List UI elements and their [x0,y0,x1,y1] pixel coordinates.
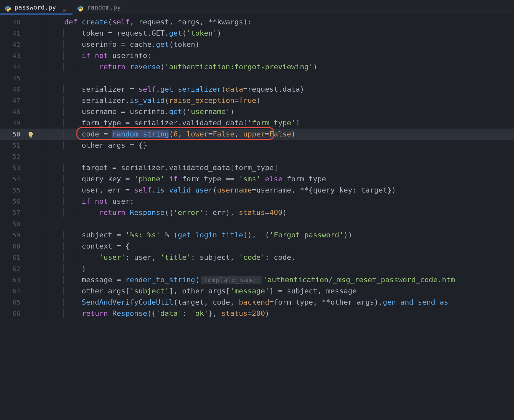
code-content[interactable]: serializer.is_valid(raise_exception=True… [38,95,514,106]
selection: random_string [112,130,169,138]
gutter-hint [26,229,38,241]
gutter-hint [26,285,38,297]
code-line[interactable]: 46 serializer = self.get_serializer(data… [0,84,514,95]
code-content[interactable]: return Response({'data': 'ok'}, status=2… [38,308,514,319]
gutter-hint [26,308,38,319]
gutter-hint [26,106,38,117]
code-line[interactable]: 61 'user': user, 'title': subject, 'code… [0,252,514,263]
code-line[interactable]: 54 query_key = 'phone' if form_type == '… [0,173,514,185]
python-icon [77,4,84,11]
gutter-hint [26,297,38,308]
line-number: 53 [0,162,26,173]
code-content[interactable]: query_key = 'phone' if form_type == 'sms… [38,173,514,185]
code-content[interactable]: userinfo = cache.get(token) [38,39,514,50]
code-line[interactable]: 47 serializer.is_valid(raise_exception=T… [0,95,514,106]
code-line[interactable]: 44 return reverse('authentication:forgot… [0,61,514,73]
param-hint: template_name: [201,276,262,284]
line-number: 57 [0,207,26,218]
code-line[interactable]: 66 return Response({'data': 'ok'}, statu… [0,308,514,319]
code-line[interactable]: 40 def create(self, request, *args, **kw… [0,16,514,28]
line-number: 65 [0,297,26,308]
code-line[interactable]: 43 if not userinfo: [0,50,514,61]
code-content[interactable]: if not userinfo: [38,50,514,61]
tab-random[interactable]: random.py [72,0,127,14]
code-line[interactable]: 52 [0,151,514,162]
code-content[interactable]: 'user': user, 'title': subject, 'code': … [38,252,514,263]
line-number: 55 [0,185,26,196]
code-content[interactable]: form_type = serializer.validated_data['f… [38,117,514,129]
code-content[interactable] [38,73,514,84]
line-number: 46 [0,84,26,95]
line-number: 49 [0,117,26,129]
line-number: 52 [0,151,26,162]
code-line[interactable]: 60 context = { [0,241,514,252]
code-line[interactable]: 51 other_args = {} [0,140,514,151]
code-content[interactable]: message = render_to_string(template_name… [38,274,514,285]
code-line[interactable]: 48 username = userinfo.get('username') [0,106,514,117]
gutter-hint [26,173,38,185]
code-line[interactable]: 57 return Response({'error': err}, statu… [0,207,514,218]
code-content[interactable]: username = userinfo.get('username') [38,106,514,117]
code-line[interactable]: 45 [0,73,514,84]
code-content[interactable]: } [38,263,514,274]
gutter-hint [26,61,38,73]
code-line[interactable]: 64 other_args['subject'], other_args['me… [0,285,514,297]
code-line[interactable]: 63 message = render_to_string(template_n… [0,274,514,285]
line-number: 43 [0,50,26,61]
code-content[interactable]: other_args['subject'], other_args['messa… [38,285,514,297]
gutter-hint [26,95,38,106]
close-icon[interactable] [62,5,67,10]
tab-label: random.py [87,2,121,13]
code-content[interactable] [38,218,514,229]
line-number: 66 [0,308,26,319]
code-content[interactable]: subject = '%s: %s' % (get_login_title(),… [38,229,514,241]
gutter-hint [26,140,38,151]
code-content[interactable]: other_args = {} [38,140,514,151]
code-content[interactable]: return Response({'error': err}, status=4… [38,207,514,218]
line-number: 59 [0,229,26,241]
gutter-hint [26,28,38,39]
code-line[interactable]: 56 if not user: [0,196,514,207]
line-number: 60 [0,241,26,252]
gutter-hint [26,274,38,285]
gutter-hint [26,73,38,84]
code-content[interactable]: context = { [38,241,514,252]
gutter-hint [26,263,38,274]
code-content[interactable]: target = serializer.validated_data[form_… [38,162,514,173]
code-line[interactable]: 41 token = request.GET.get('token') [0,28,514,39]
gutter-hint [26,241,38,252]
code-content[interactable]: token = request.GET.get('token') [38,28,514,39]
gutter-hint [26,252,38,263]
line-number: 51 [0,140,26,151]
line-number: 50 [0,129,26,140]
code-content[interactable]: if not user: [38,196,514,207]
gutter-hint [26,129,38,140]
code-content[interactable]: def create(self, request, *args, **kwarg… [38,16,514,28]
code-line[interactable]: 53 target = serializer.validated_data[fo… [0,162,514,173]
code-line[interactable]: 42 userinfo = cache.get(token) [0,39,514,50]
line-number: 56 [0,196,26,207]
line-number: 63 [0,274,26,285]
code-line[interactable]: 55 user, err = self.is_valid_user(userna… [0,185,514,196]
code-content[interactable] [38,151,514,162]
code-line[interactable]: 58 [0,218,514,229]
code-line[interactable]: 50 code = random_string(6, lower=False, … [0,129,514,140]
tab-password[interactable]: password.py [0,0,72,14]
code-content[interactable]: serializer = self.get_serializer(data=re… [38,84,514,95]
gutter-hint [26,117,38,129]
code-content[interactable]: code = random_string(6, lower=False, upp… [38,129,514,140]
gutter-hint [26,162,38,173]
code-line[interactable]: 65 SendAndVerifyCodeUtil(target, code, b… [0,297,514,308]
lightbulb-icon[interactable] [27,131,34,138]
gutter-hint [26,207,38,218]
code-content[interactable]: return reverse('authentication:forgot-pr… [38,61,514,73]
code-content[interactable]: SendAndVerifyCodeUtil(target, code, back… [38,297,514,308]
code-content[interactable]: user, err = self.is_valid_user(username=… [38,185,514,196]
code-editor[interactable]: 40 def create(self, request, *args, **kw… [0,15,514,319]
code-line[interactable]: 49 form_type = serializer.validated_data… [0,117,514,129]
code-line[interactable]: 62 } [0,263,514,274]
line-number: 47 [0,95,26,106]
line-number: 62 [0,263,26,274]
code-line[interactable]: 59 subject = '%s: %s' % (get_login_title… [0,229,514,241]
gutter-hint [26,185,38,196]
